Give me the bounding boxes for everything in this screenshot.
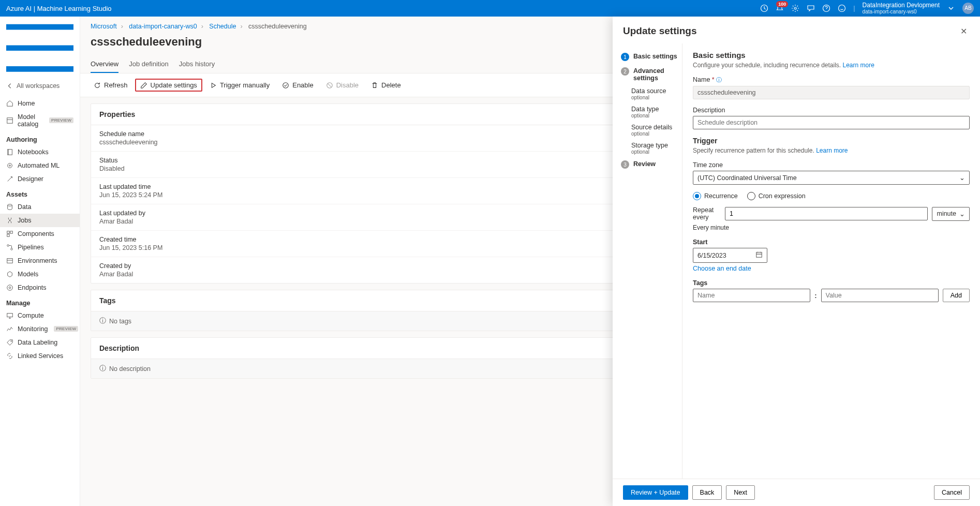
update-settings-panel: Update settings ✕ 1Basic settings 2Advan… [613,17,980,506]
substep-source-details[interactable]: Source detailsoptional [631,121,682,139]
sidebar-item-components[interactable]: Components [0,227,80,241]
notifications-icon[interactable]: 100 [776,4,784,12]
sidebar-item-data-labeling[interactable]: Data Labeling [0,336,80,349]
home-icon [6,100,13,107]
check-circle-icon [282,82,289,89]
tag-value-input[interactable] [821,289,939,302]
preview-badge: PREVIEW [49,117,73,123]
learn-more-link-2[interactable]: Learn more [816,147,848,154]
cancel-button[interactable]: Cancel [934,485,970,500]
timezone-select[interactable]: (UTC) Coordinated Universal Time⌄ [693,171,970,185]
tenant-switcher[interactable]: DataIntegration Devlopment data-import-c… [863,2,940,15]
svg-rect-11 [7,234,9,236]
substep-data-source[interactable]: Data sourceoptional [631,85,682,103]
jobs-icon [6,217,13,224]
radio-cron[interactable]: Cron expression [747,192,806,200]
sidebar-item-model-catalog[interactable]: Model catalogPREVIEW [0,110,80,131]
monitoring-icon [6,325,13,333]
step-advanced-settings[interactable]: 2Advanced settings [619,64,682,85]
add-tag-button[interactable]: Add [943,289,970,302]
sidebar-item-designer[interactable]: Designer [0,172,80,186]
chevron-down-icon[interactable] [947,4,955,12]
info-icon[interactable]: ⓘ [716,77,722,83]
panel-title: Update settings [623,25,697,37]
next-button[interactable]: Next [726,485,755,500]
start-label: Start [693,239,970,246]
settings-icon[interactable] [791,4,799,12]
sidebar-item-endpoints[interactable]: Endpoints [0,281,80,294]
repeat-unit-select[interactable]: minute ⌄ [932,207,970,221]
description-input[interactable] [693,116,970,129]
help-icon[interactable] [822,4,830,12]
svg-point-13 [11,248,13,250]
info-icon: ⓘ [99,317,106,325]
sidebar-item-monitoring[interactable]: MonitoringPREVIEW [0,322,80,336]
trash-icon [371,82,378,89]
tab-jobs-history[interactable]: Jobs history [179,56,215,73]
review-update-button[interactable]: Review + Update [623,485,688,500]
refresh-button[interactable]: Refresh [88,79,133,92]
step-review[interactable]: 3Review [619,157,682,172]
sidebar-item-environments[interactable]: Environments [0,254,80,267]
sidebar-item-jobs[interactable]: Jobs [0,214,80,227]
arrow-left-icon [6,82,13,90]
hamburger-icon[interactable] [0,21,80,79]
breadcrumb-l1[interactable]: Microsoft [91,23,117,30]
svg-rect-9 [7,231,9,233]
breadcrumb-l2[interactable]: data-import-canary-ws0 [129,23,197,30]
sidebar-item-data[interactable]: Data [0,200,80,214]
sidebar-item-notebooks[interactable]: Notebooks [0,145,80,159]
radio-recurrence[interactable]: Recurrence [693,192,738,200]
sidebar-item-home[interactable]: Home [0,97,80,110]
start-date-input[interactable]: 6/15/2023 [693,248,767,263]
avatar[interactable]: AB [962,3,974,14]
timezone-label: Time zone [693,161,970,169]
back-button[interactable]: Back [692,485,722,500]
update-settings-button[interactable]: Update settings [135,79,202,92]
sidebar-item-pipelines[interactable]: Pipelines [0,241,80,254]
labeling-icon [6,339,13,346]
svg-point-8 [8,204,12,206]
disable-button: Disable [321,79,364,92]
form-subheading: Configure your schedule, including recur… [693,62,970,69]
choose-end-date-link[interactable]: Choose an end date [693,265,751,272]
svg-point-7 [9,165,11,166]
svg-point-12 [7,244,9,246]
sidebar-section-manage: Manage [0,294,80,309]
svg-point-15 [9,287,11,289]
name-label: Name * ⓘ [693,76,970,84]
repeat-hint: Every minute [693,224,970,231]
trigger-heading: Trigger [693,137,970,145]
breadcrumb-l3[interactable]: Schedule [209,23,236,30]
tab-overview[interactable]: Overview [91,56,118,73]
breadcrumb-l4: cssscheduleevening [248,23,307,30]
sidebar-item-models[interactable]: Models [0,267,80,281]
tab-job-definition[interactable]: Job definition [129,56,169,73]
feedback-icon[interactable] [807,4,815,12]
enable-button[interactable]: Enable [277,79,318,92]
learn-more-link[interactable]: Learn more [843,62,874,69]
substep-data-type[interactable]: Data typeoptional [631,103,682,121]
sidebar-item-automl[interactable]: Automated ML [0,159,80,172]
calendar-icon [755,251,763,260]
sidebar-item-linked-services[interactable]: Linked Services [0,349,80,363]
step-basic-settings[interactable]: 1Basic settings [619,50,682,64]
back-all-workspaces[interactable]: All workspaces [0,79,80,93]
description-label: Description [693,107,970,114]
tag-name-input[interactable] [693,289,810,302]
substep-storage-type[interactable]: Storage typeoptional [631,139,682,157]
repeat-value-input[interactable] [725,207,928,220]
notification-badge: 100 [776,1,788,7]
sidebar-item-compute[interactable]: Compute [0,309,80,322]
smiley-icon[interactable] [838,4,846,12]
block-icon [326,82,333,89]
components-icon [6,230,13,237]
catalog-icon [6,117,13,124]
clock-icon[interactable] [760,4,768,12]
trigger-manually-button[interactable]: Trigger manually [204,79,275,92]
close-icon[interactable]: ✕ [957,25,970,37]
delete-button[interactable]: Delete [366,79,406,92]
data-icon [6,203,13,211]
svg-point-6 [8,163,12,168]
svg-point-16 [7,285,13,290]
